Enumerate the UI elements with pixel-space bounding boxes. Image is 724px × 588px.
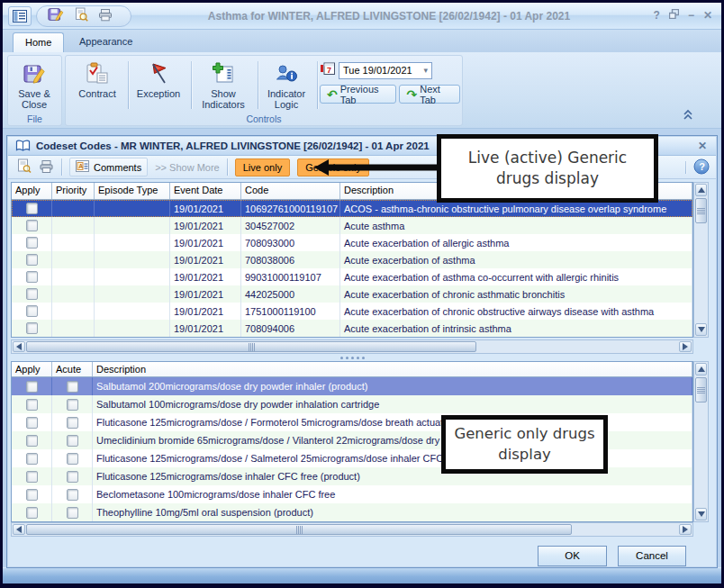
acute-cell-checkbox[interactable] xyxy=(67,381,78,393)
apply-cell-checkbox[interactable] xyxy=(26,254,38,266)
drugs-vertical-scrollbar[interactable] xyxy=(693,361,709,522)
apply-cell-checkbox[interactable] xyxy=(26,453,38,465)
group-label-file: File xyxy=(8,113,61,124)
apply-cell-checkbox[interactable] xyxy=(26,435,38,447)
acute-cell-checkbox[interactable] xyxy=(67,453,78,465)
date-dropdown[interactable]: Tue 19/01/2021 ▾ xyxy=(339,62,432,79)
collapse-ribbon-button[interactable] xyxy=(682,108,694,124)
codes-row[interactable]: 19/01/20211751000119100Acute exacerbatio… xyxy=(12,303,692,320)
codes-row[interactable]: 19/01/2021442025000Acute exacerbation of… xyxy=(12,285,692,303)
help-icon[interactable]: ? xyxy=(654,9,660,22)
acute-cell-checkbox[interactable] xyxy=(67,417,78,429)
codes-row[interactable]: 19/01/2021708094006Acute exacerbation of… xyxy=(12,320,692,337)
codes-row[interactable]: 19/01/2021708038006Acute exacerbation of… xyxy=(12,251,692,268)
scroll-left-button[interactable] xyxy=(13,341,25,352)
comments-button[interactable]: A Comments xyxy=(69,158,148,176)
ok-button[interactable]: OK xyxy=(538,546,607,566)
drug-row[interactable]: Theophylline 10mg/5ml oral suspension (p… xyxy=(12,503,692,521)
code-cell: 708093000 xyxy=(241,234,340,251)
pane-splitter[interactable] xyxy=(11,354,693,361)
codeset-close-icon[interactable]: ✕ xyxy=(698,140,707,152)
drug-row[interactable]: Salbutamol 200micrograms/dose dry powder… xyxy=(12,377,692,395)
apply-cell-checkbox[interactable] xyxy=(26,288,38,300)
description-cell: Acute exacerbation of allergic asthma xyxy=(340,234,692,251)
apply-cell-checkbox[interactable] xyxy=(26,489,38,501)
next-tab-button[interactable]: ↷ Next Tab xyxy=(399,85,460,104)
column-header-priority[interactable]: Priority xyxy=(52,183,95,199)
codes-row[interactable]: 19/01/2021708093000Acute exacerbation of… xyxy=(12,234,692,251)
show-more-button[interactable]: >> Show More xyxy=(155,162,220,173)
apply-cell-checkbox[interactable] xyxy=(26,271,38,283)
drug-row[interactable]: Beclometasone 100micrograms/dose inhaler… xyxy=(12,485,692,503)
acute-cell-checkbox[interactable] xyxy=(67,471,78,483)
scroll-down-button[interactable] xyxy=(695,323,707,336)
scroll-right-button[interactable] xyxy=(679,341,692,352)
print-icon[interactable] xyxy=(39,159,54,176)
acute-cell-checkbox[interactable] xyxy=(67,489,78,501)
print-preview-icon[interactable] xyxy=(17,158,32,176)
help-circle-button[interactable]: ? xyxy=(693,158,710,176)
priority-cell xyxy=(52,200,95,217)
apply-cell-checkbox[interactable] xyxy=(26,399,38,411)
apply-cell-checkbox[interactable] xyxy=(26,507,38,519)
codes-vertical-scrollbar[interactable] xyxy=(693,182,709,338)
ribbon-group-controls: Contract Exception Show Indicators Indic… xyxy=(65,55,463,126)
show-indicators-button[interactable]: Show Indicators xyxy=(192,59,255,113)
column-header-acute[interactable]: Acute xyxy=(52,362,93,376)
column-header-event-date[interactable]: Event Date xyxy=(170,183,241,199)
close-icon[interactable]: ✕ xyxy=(703,9,712,22)
apply-cell-checkbox[interactable] xyxy=(26,237,38,249)
acute-cell xyxy=(52,467,93,485)
scrollbar-thumb[interactable] xyxy=(26,341,476,352)
print-preview-icon[interactable] xyxy=(74,7,88,25)
acute-cell-checkbox[interactable] xyxy=(67,435,78,447)
application-window: Asthma for WINTER, ALFRED LIVINGSTONE [2… xyxy=(0,0,724,588)
apply-cell-checkbox[interactable] xyxy=(26,203,38,214)
contract-button[interactable]: Contract xyxy=(68,59,127,113)
previous-tab-button[interactable]: ↶ Previous Tab xyxy=(320,85,396,104)
cancel-button[interactable]: Cancel xyxy=(618,546,686,566)
codes-row[interactable]: 19/01/202199031000119107Acute exacerbati… xyxy=(12,268,692,285)
column-header-apply[interactable]: Apply xyxy=(12,183,52,199)
save-icon[interactable] xyxy=(48,6,64,26)
scroll-down-button[interactable] xyxy=(695,508,707,520)
apply-cell-checkbox[interactable] xyxy=(26,381,38,393)
scroll-left-button[interactable] xyxy=(13,524,25,535)
save-close-button[interactable]: Save & Close xyxy=(5,59,64,113)
drug-row[interactable]: Salbutamol 100micrograms/dose dry powder… xyxy=(12,395,692,413)
acute-cell-checkbox[interactable] xyxy=(67,507,78,519)
scrollbar-thumb[interactable] xyxy=(695,377,707,403)
column-header-description[interactable]: Description xyxy=(93,362,692,376)
apply-cell-checkbox[interactable] xyxy=(26,220,38,231)
contract-icon xyxy=(86,59,110,88)
codes-horizontal-scrollbar[interactable] xyxy=(11,339,693,354)
calendar-icon: 7 xyxy=(320,61,335,79)
scroll-up-button[interactable] xyxy=(695,363,707,375)
restore-icon[interactable] xyxy=(669,9,679,22)
apply-cell xyxy=(12,285,52,303)
column-header-apply[interactable]: Apply xyxy=(12,362,52,376)
codes-row[interactable]: 19/01/2021304527002Acute asthma xyxy=(12,217,692,234)
toolbar-separator xyxy=(685,161,686,174)
apply-cell-checkbox[interactable] xyxy=(26,471,38,483)
column-header-code[interactable]: Code xyxy=(241,183,340,199)
print-icon[interactable] xyxy=(98,8,113,25)
drugs-horizontal-scrollbar[interactable] xyxy=(11,522,693,537)
indicator-logic-button[interactable]: Indicator Logic xyxy=(257,59,316,113)
apply-cell xyxy=(12,431,52,449)
scrollbar-thumb[interactable] xyxy=(26,524,572,535)
scroll-right-button[interactable] xyxy=(679,524,692,535)
tab-appearance[interactable]: Appearance xyxy=(68,32,144,52)
live-only-toggle[interactable]: Live only xyxy=(235,158,290,176)
apply-cell-checkbox[interactable] xyxy=(26,305,38,317)
minimize-icon[interactable]: − xyxy=(688,9,694,22)
tab-home[interactable]: Home xyxy=(13,32,64,52)
app-menu-button[interactable] xyxy=(8,6,32,26)
acute-cell-checkbox[interactable] xyxy=(67,399,78,411)
apply-cell-checkbox[interactable] xyxy=(26,322,38,334)
exception-button[interactable]: Exception xyxy=(129,59,188,113)
column-header-episode-type[interactable]: Episode Type xyxy=(95,183,170,199)
apply-cell-checkbox[interactable] xyxy=(26,417,38,429)
scroll-up-button[interactable] xyxy=(695,184,707,196)
scrollbar-thumb[interactable] xyxy=(695,198,707,223)
